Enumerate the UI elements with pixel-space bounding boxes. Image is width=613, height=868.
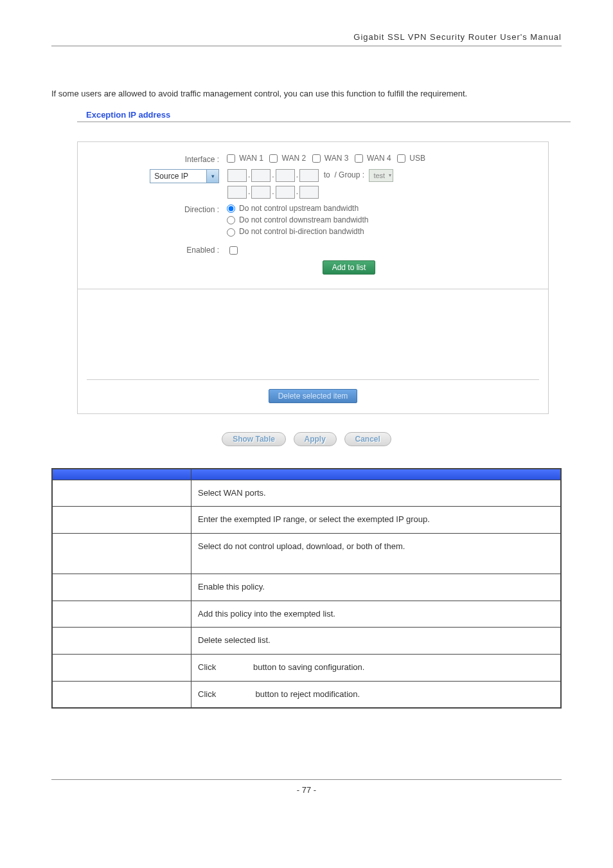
- page-header: Gigabit SSL VPN Security Router User's M…: [51, 32, 562, 46]
- table-header-item: [52, 469, 191, 480]
- wan3-label: WAN 3: [324, 154, 349, 163]
- wan4-checkbox[interactable]: [355, 154, 363, 163]
- radio-bidir[interactable]: [227, 228, 235, 237]
- radio-downstream[interactable]: [227, 216, 235, 224]
- table-row: [52, 507, 191, 534]
- table-row: [52, 681, 191, 708]
- ip-from-2[interactable]: [251, 169, 271, 182]
- exception-list[interactable]: [87, 289, 539, 380]
- intro-text: If some users are allowed to avoid traff…: [51, 85, 562, 104]
- direction-label: Direction :: [91, 204, 227, 214]
- usb-label: USB: [409, 154, 425, 163]
- cancel-button[interactable]: Cancel: [344, 432, 391, 446]
- wan1-label: WAN 1: [239, 154, 263, 163]
- table-row: [52, 601, 191, 628]
- description-table: Select WAN ports. Enter the exempted IP …: [51, 468, 562, 709]
- delete-selected-button[interactable]: Delete selected item: [269, 389, 358, 403]
- table-row: [52, 533, 191, 574]
- radio-upstream-label: Do not control upstream bandwidth: [239, 204, 359, 213]
- table-row: [52, 655, 191, 682]
- show-table-button[interactable]: Show Table: [222, 432, 286, 446]
- bottom-button-row: Show Table Apply Cancel: [51, 432, 562, 446]
- chevron-down-icon: ▾: [206, 170, 218, 183]
- ip-to-3[interactable]: [276, 186, 295, 199]
- wan1-checkbox[interactable]: [227, 154, 235, 163]
- table-row: Delete selected list.: [191, 628, 562, 655]
- add-to-list-button[interactable]: Add to list: [323, 260, 376, 275]
- table-row: Enable this policy.: [191, 574, 562, 601]
- ip-from-3[interactable]: [276, 169, 295, 182]
- wan2-checkbox[interactable]: [269, 154, 278, 163]
- section-title: Exception IP address: [77, 110, 571, 122]
- interface-label: Interface :: [91, 154, 227, 164]
- group-select-value: test: [373, 172, 385, 179]
- exception-form: Interface : WAN 1 WAN 2 WAN 3 WAN 4 USB …: [77, 141, 549, 414]
- radio-downstream-label: Do not control downstream bandwidth: [239, 215, 368, 224]
- chevron-down-icon: ▾: [389, 172, 391, 178]
- enabled-checkbox[interactable]: [229, 246, 238, 255]
- enabled-label: Enabled :: [91, 244, 227, 255]
- table-row: Select do not control upload, download, …: [191, 533, 562, 574]
- source-ip-select-label: Source IP: [150, 172, 206, 181]
- apply-button[interactable]: Apply: [294, 432, 337, 446]
- ip-to-4[interactable]: [299, 186, 319, 199]
- usb-checkbox[interactable]: [397, 154, 405, 163]
- group-label: / Group :: [332, 170, 364, 179]
- ip-from-1[interactable]: [227, 169, 247, 182]
- wan4-label: WAN 4: [367, 154, 391, 163]
- group-select[interactable]: test ▾: [369, 169, 393, 182]
- ip-to-1[interactable]: [227, 186, 247, 199]
- page-footer: - 77 -: [51, 779, 562, 795]
- table-row: [52, 480, 191, 507]
- radio-upstream[interactable]: [227, 204, 235, 213]
- source-ip-select[interactable]: Source IP ▾: [150, 169, 219, 183]
- table-header-desc: [191, 469, 562, 480]
- table-row: Click button to saving configuration.: [191, 655, 562, 682]
- table-row: Select WAN ports.: [191, 480, 562, 507]
- ip-to-2[interactable]: [251, 186, 271, 199]
- radio-bidir-label: Do not control bi-direction bandwidth: [239, 227, 364, 236]
- table-row: Add this policy into the exempted list.: [191, 601, 562, 628]
- ip-from-4[interactable]: [299, 169, 319, 182]
- table-row: [52, 628, 191, 655]
- table-row: Enter the exempted IP range, or select t…: [191, 507, 562, 534]
- wan2-label: WAN 2: [282, 154, 306, 163]
- table-row: [52, 574, 191, 601]
- wan3-checkbox[interactable]: [312, 154, 321, 163]
- table-row: Click button to reject modification.: [191, 681, 562, 708]
- to-label: to: [324, 170, 330, 179]
